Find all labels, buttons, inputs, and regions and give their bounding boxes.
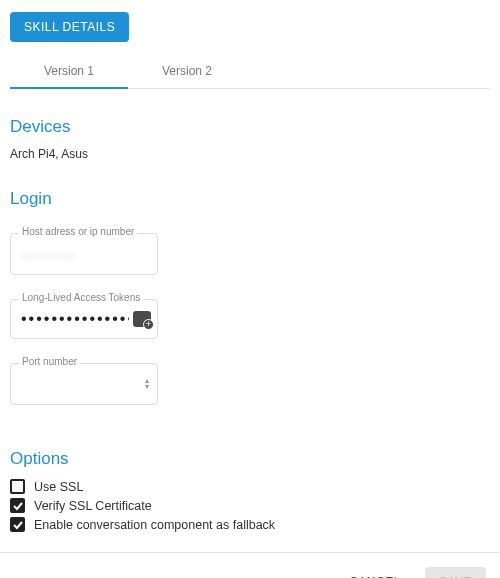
devices-title: Devices <box>10 117 490 137</box>
host-input[interactable] <box>11 234 157 274</box>
fallback-checkbox[interactable]: Enable conversation component as fallbac… <box>10 517 490 532</box>
checkbox-icon <box>10 517 25 532</box>
tab-version-2[interactable]: Version 2 <box>128 56 246 88</box>
skill-details-button[interactable]: SKILL DETAILS <box>10 12 129 42</box>
checkbox-icon <box>10 479 25 494</box>
verify-ssl-checkbox[interactable]: Verify SSL Certificate <box>10 498 490 513</box>
token-input[interactable] <box>11 300 133 338</box>
port-field: Port number ▲ ▼ <box>10 363 158 405</box>
footer: CANCEL SAVE <box>0 552 500 578</box>
verify-ssl-label: Verify SSL Certificate <box>34 499 152 513</box>
tab-version-1[interactable]: Version 1 <box>10 56 128 88</box>
port-input[interactable] <box>11 364 157 404</box>
devices-value: Arch Pi4, Asus <box>10 147 490 161</box>
host-field: Host adress or ip number <box>10 233 158 275</box>
login-title: Login <box>10 189 490 209</box>
token-label: Long-Lived Access Tokens <box>19 292 143 303</box>
use-ssl-label: Use SSL <box>34 480 83 494</box>
fallback-label: Enable conversation component as fallbac… <box>34 518 275 532</box>
options-title: Options <box>10 449 490 469</box>
chevron-down-icon[interactable]: ▼ <box>141 384 153 390</box>
token-field: Long-Lived Access Tokens <box>10 299 158 339</box>
checkbox-icon <box>10 498 25 513</box>
password-visibility-icon[interactable] <box>133 311 151 327</box>
version-tabs: Version 1 Version 2 <box>10 56 490 89</box>
cancel-button[interactable]: CANCEL <box>343 574 407 578</box>
port-spinner[interactable]: ▲ ▼ <box>141 378 153 390</box>
save-button[interactable]: SAVE <box>425 567 486 578</box>
use-ssl-checkbox[interactable]: Use SSL <box>10 479 490 494</box>
